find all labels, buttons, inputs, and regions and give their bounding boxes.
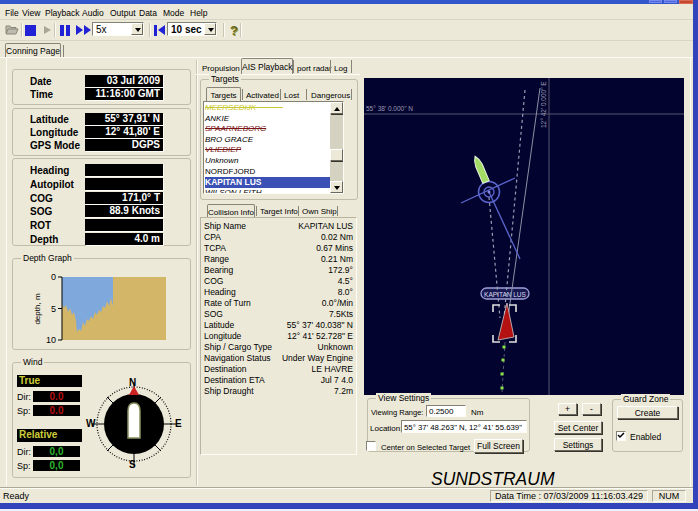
- svg-text:0: 0: [51, 272, 56, 282]
- svg-text:55° 38' 0.000" N: 55° 38' 0.000" N: [366, 105, 413, 112]
- svg-text:12° 42' 0.000" E: 12° 42' 0.000" E: [540, 81, 547, 128]
- svg-text:10: 10: [46, 335, 56, 345]
- svg-text:depth, m: depth, m: [33, 293, 42, 324]
- svg-text:5: 5: [51, 304, 56, 314]
- svg-text:KAPITAN LUS: KAPITAN LUS: [484, 291, 526, 298]
